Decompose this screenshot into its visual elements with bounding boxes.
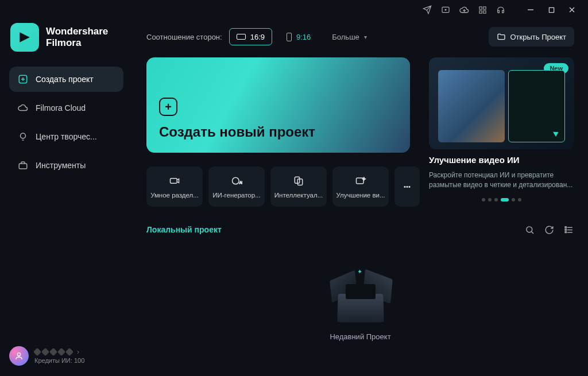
ai-icon: AI	[230, 175, 243, 187]
empty-box-icon: ✦	[332, 270, 389, 322]
sidebar-item-creative-center[interactable]: Центр творчес...	[9, 124, 123, 149]
sidebar-item-label: Создать проект	[36, 75, 94, 84]
svg-rect-29	[565, 229, 566, 230]
ratio-9-16-button[interactable]: 9:16	[279, 28, 318, 45]
sidebar-item-label: Filmora Cloud	[36, 103, 86, 113]
camera-icon	[168, 175, 181, 187]
avatar	[9, 346, 29, 366]
svg-line-24	[531, 231, 533, 234]
send-icon[interactable]	[419, 2, 435, 18]
create-new-project-card[interactable]: + Создать новый проект	[146, 57, 410, 153]
sidebar-item-cloud[interactable]: Filmora Cloud	[9, 95, 123, 121]
svg-rect-4	[479, 10, 481, 13]
open-project-button[interactable]: Открыть Проект	[489, 27, 575, 46]
svg-point-23	[526, 226, 532, 232]
svg-rect-7	[549, 7, 554, 12]
portrait-icon	[287, 33, 292, 41]
minimize-button[interactable]	[521, 2, 540, 18]
search-icon[interactable]	[524, 224, 535, 235]
carousel-dots[interactable]	[429, 198, 574, 201]
chevron-right-icon: ›	[77, 348, 79, 356]
svg-point-13	[21, 133, 26, 138]
refresh-icon[interactable]	[543, 224, 555, 235]
copy-icon	[292, 175, 305, 187]
close-button[interactable]	[563, 2, 581, 18]
svg-rect-21	[297, 179, 302, 185]
aspect-ratio-label: Соотношение сторон:	[146, 33, 222, 41]
titlebar	[0, 0, 588, 20]
hero-title: Создать новый проект	[159, 124, 397, 140]
sidebar-item-label: Инструменты	[36, 161, 86, 170]
ratio-more-button[interactable]: Больше ▾	[325, 28, 374, 45]
grid-icon[interactable]	[474, 2, 490, 18]
message-icon[interactable]	[438, 2, 454, 18]
feature-description: Раскройте потенциал ИИ и превратите разм…	[429, 170, 574, 190]
plus-square-icon	[17, 73, 29, 85]
tool-more-button[interactable]: •••	[394, 166, 420, 207]
sidebar-item-tools[interactable]: Инструменты	[9, 153, 123, 178]
toolbox-icon	[17, 160, 29, 171]
svg-rect-5	[483, 10, 485, 13]
list-view-icon[interactable]	[563, 224, 574, 235]
ai-credits-label: Кредиты ИИ: 100	[34, 357, 84, 364]
sparkle-video-icon	[354, 175, 367, 187]
svg-rect-20	[295, 177, 299, 183]
svg-point-1	[445, 9, 446, 10]
lightbulb-icon	[17, 131, 29, 142]
tool-ai-generator[interactable]: AI ИИ-генератор...	[208, 166, 265, 207]
cloud-upload-icon[interactable]	[456, 2, 472, 18]
empty-state-label: Недавний Проект	[330, 332, 390, 341]
svg-rect-3	[483, 6, 485, 9]
feature-card[interactable]: New Улучшение видео ИИ Раскройте потенци…	[429, 57, 574, 207]
sidebar-item-create-project[interactable]: Создать проект	[9, 67, 123, 92]
feature-image: New	[429, 57, 574, 149]
ellipsis-icon: •••	[401, 180, 413, 193]
svg-rect-15	[19, 164, 27, 169]
tool-enhance-video[interactable]: Улучшение ви...	[332, 166, 389, 207]
maximize-button[interactable]	[542, 2, 560, 18]
empty-state: ✦ Недавний Проект	[146, 235, 574, 376]
sidebar: Wondershare Filmora Создать проект Filmo…	[0, 20, 133, 376]
brand-name: Wondershare Filmora	[46, 26, 108, 49]
headset-icon[interactable]	[493, 2, 509, 18]
tab-local-project[interactable]: Локальный проект	[146, 225, 222, 234]
sidebar-footer[interactable]: › Кредиты ИИ: 100	[9, 339, 123, 376]
svg-point-18	[233, 177, 239, 184]
logo-icon	[10, 23, 39, 52]
sidebar-item-label: Центр творчес...	[36, 132, 97, 141]
cloud-icon	[17, 102, 29, 114]
svg-rect-17	[171, 179, 177, 183]
feature-title: Улучшение видео ИИ	[429, 155, 574, 165]
landscape-icon	[237, 34, 246, 40]
tool-smart-split[interactable]: Умное раздел...	[146, 166, 203, 207]
chevron-down-icon: ▾	[364, 34, 367, 40]
folder-icon	[497, 32, 506, 41]
logo: Wondershare Filmora	[9, 20, 123, 67]
svg-point-16	[17, 353, 20, 356]
footer-gems: ›	[34, 348, 84, 356]
plus-icon: +	[159, 98, 177, 116]
ratio-16-9-button[interactable]: 16:9	[229, 28, 272, 45]
svg-text:AI: AI	[239, 181, 242, 184]
main-content: Соотношение сторон: 16:9 9:16 Больше ▾ О…	[133, 20, 588, 376]
svg-rect-28	[565, 226, 566, 227]
tool-intelligent[interactable]: Интеллектуал...	[270, 166, 327, 207]
svg-rect-30	[565, 231, 566, 232]
svg-rect-2	[479, 6, 481, 9]
